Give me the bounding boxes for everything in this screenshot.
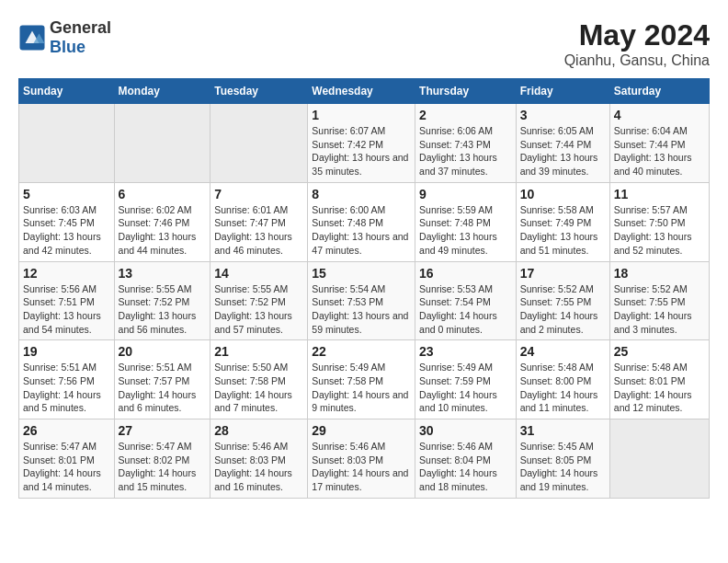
- day-number: 2: [419, 108, 512, 122]
- calendar-body: 1Sunrise: 6:07 AM Sunset: 7:42 PM Daylig…: [19, 104, 710, 499]
- day-number: 28: [214, 423, 303, 438]
- day-number: 1: [312, 108, 411, 122]
- calendar-cell: 30Sunrise: 5:46 AM Sunset: 8:04 PM Dayli…: [415, 419, 517, 499]
- logo-blue-text: Blue: [50, 38, 85, 56]
- day-number: 26: [23, 423, 110, 438]
- calendar-week-row: 5Sunrise: 6:03 AM Sunset: 7:45 PM Daylig…: [19, 182, 710, 261]
- calendar-week-row: 19Sunrise: 5:51 AM Sunset: 7:56 PM Dayli…: [19, 340, 710, 419]
- calendar-cell: 10Sunrise: 5:58 AM Sunset: 7:49 PM Dayli…: [516, 182, 609, 261]
- day-info: Sunrise: 5:51 AM Sunset: 7:57 PM Dayligh…: [119, 361, 207, 415]
- day-info: Sunrise: 5:55 AM Sunset: 7:52 PM Dayligh…: [214, 282, 303, 337]
- logo-icon: [18, 24, 46, 52]
- day-info: Sunrise: 5:55 AM Sunset: 7:52 PM Dayligh…: [119, 282, 207, 337]
- calendar-cell: 25Sunrise: 5:48 AM Sunset: 8:01 PM Dayli…: [609, 340, 709, 419]
- calendar-cell: [210, 104, 308, 183]
- day-info: Sunrise: 5:54 AM Sunset: 7:53 PM Dayligh…: [312, 282, 411, 337]
- calendar-cell: [609, 419, 709, 499]
- logo: General Blue: [18, 18, 111, 57]
- title-block: May 2024 Qianhu, Gansu, China: [564, 18, 710, 69]
- day-info: Sunrise: 5:46 AM Sunset: 8:03 PM Dayligh…: [312, 440, 411, 494]
- day-number: 29: [312, 423, 411, 438]
- day-number: 18: [614, 266, 705, 281]
- day-info: Sunrise: 5:52 AM Sunset: 7:55 PM Dayligh…: [614, 282, 705, 337]
- day-info: Sunrise: 5:50 AM Sunset: 7:58 PM Dayligh…: [214, 361, 303, 415]
- day-number: 14: [214, 266, 303, 281]
- calendar-cell: 28Sunrise: 5:46 AM Sunset: 8:03 PM Dayli…: [210, 419, 308, 499]
- calendar-cell: 12Sunrise: 5:56 AM Sunset: 7:51 PM Dayli…: [19, 261, 115, 340]
- calendar-cell: 16Sunrise: 5:53 AM Sunset: 7:54 PM Dayli…: [415, 261, 517, 340]
- calendar-cell: 7Sunrise: 6:01 AM Sunset: 7:47 PM Daylig…: [210, 182, 308, 261]
- calendar-cell: 15Sunrise: 5:54 AM Sunset: 7:53 PM Dayli…: [308, 261, 415, 340]
- calendar-cell: [114, 104, 210, 183]
- calendar-cell: 14Sunrise: 5:55 AM Sunset: 7:52 PM Dayli…: [210, 261, 308, 340]
- day-number: 24: [520, 344, 606, 359]
- calendar-cell: 31Sunrise: 5:45 AM Sunset: 8:05 PM Dayli…: [516, 419, 609, 499]
- weekday-header-tuesday: Tuesday: [210, 79, 308, 104]
- weekday-header-saturday: Saturday: [609, 79, 709, 104]
- day-info: Sunrise: 6:03 AM Sunset: 7:45 PM Dayligh…: [23, 203, 110, 258]
- day-info: Sunrise: 5:46 AM Sunset: 8:03 PM Dayligh…: [214, 440, 303, 494]
- day-info: Sunrise: 5:48 AM Sunset: 8:01 PM Dayligh…: [614, 361, 705, 415]
- day-info: Sunrise: 5:45 AM Sunset: 8:05 PM Dayligh…: [520, 440, 606, 494]
- day-info: Sunrise: 5:47 AM Sunset: 8:02 PM Dayligh…: [119, 440, 207, 494]
- calendar-cell: 5Sunrise: 6:03 AM Sunset: 7:45 PM Daylig…: [19, 182, 115, 261]
- calendar-cell: [19, 104, 115, 183]
- day-info: Sunrise: 6:00 AM Sunset: 7:48 PM Dayligh…: [312, 203, 411, 258]
- day-info: Sunrise: 5:46 AM Sunset: 8:04 PM Dayligh…: [419, 440, 512, 494]
- calendar-cell: 29Sunrise: 5:46 AM Sunset: 8:03 PM Dayli…: [308, 419, 415, 499]
- calendar-cell: 26Sunrise: 5:47 AM Sunset: 8:01 PM Dayli…: [19, 419, 115, 499]
- calendar-cell: 24Sunrise: 5:48 AM Sunset: 8:00 PM Dayli…: [516, 340, 609, 419]
- day-info: Sunrise: 5:48 AM Sunset: 8:00 PM Dayligh…: [520, 361, 606, 415]
- calendar-week-row: 1Sunrise: 6:07 AM Sunset: 7:42 PM Daylig…: [19, 104, 710, 183]
- day-number: 31: [520, 423, 606, 438]
- day-info: Sunrise: 5:58 AM Sunset: 7:49 PM Dayligh…: [520, 203, 606, 258]
- calendar-cell: 3Sunrise: 6:05 AM Sunset: 7:44 PM Daylig…: [516, 104, 609, 183]
- day-info: Sunrise: 6:05 AM Sunset: 7:44 PM Dayligh…: [520, 124, 606, 178]
- day-info: Sunrise: 5:51 AM Sunset: 7:56 PM Dayligh…: [23, 361, 110, 415]
- weekday-header-sunday: Sunday: [19, 79, 115, 104]
- weekday-header-row: SundayMondayTuesdayWednesdayThursdayFrid…: [19, 79, 710, 104]
- calendar-cell: 19Sunrise: 5:51 AM Sunset: 7:56 PM Dayli…: [19, 340, 115, 419]
- day-info: Sunrise: 6:04 AM Sunset: 7:44 PM Dayligh…: [614, 124, 705, 178]
- calendar-week-row: 26Sunrise: 5:47 AM Sunset: 8:01 PM Dayli…: [19, 419, 710, 499]
- weekday-header-monday: Monday: [114, 79, 210, 104]
- calendar-cell: 17Sunrise: 5:52 AM Sunset: 7:55 PM Dayli…: [516, 261, 609, 340]
- day-number: 22: [312, 344, 411, 359]
- day-number: 7: [214, 187, 303, 201]
- calendar-table: SundayMondayTuesdayWednesdayThursdayFrid…: [18, 78, 710, 499]
- day-number: 30: [419, 423, 512, 438]
- day-number: 5: [23, 187, 110, 201]
- day-info: Sunrise: 6:02 AM Sunset: 7:46 PM Dayligh…: [119, 203, 207, 258]
- calendar-subtitle: Qianhu, Gansu, China: [564, 52, 710, 69]
- weekday-header-friday: Friday: [516, 79, 609, 104]
- calendar-cell: 20Sunrise: 5:51 AM Sunset: 7:57 PM Dayli…: [114, 340, 210, 419]
- calendar-cell: 21Sunrise: 5:50 AM Sunset: 7:58 PM Dayli…: [210, 340, 308, 419]
- day-number: 3: [520, 108, 606, 122]
- day-info: Sunrise: 5:59 AM Sunset: 7:48 PM Dayligh…: [419, 203, 512, 258]
- day-number: 27: [119, 423, 207, 438]
- day-number: 9: [419, 187, 512, 201]
- calendar-cell: 2Sunrise: 6:06 AM Sunset: 7:43 PM Daylig…: [415, 104, 517, 183]
- calendar-cell: 4Sunrise: 6:04 AM Sunset: 7:44 PM Daylig…: [609, 104, 709, 183]
- day-info: Sunrise: 5:47 AM Sunset: 8:01 PM Dayligh…: [23, 440, 110, 494]
- day-number: 25: [614, 344, 705, 359]
- day-number: 12: [23, 266, 110, 281]
- day-number: 8: [312, 187, 411, 201]
- calendar-header: SundayMondayTuesdayWednesdayThursdayFrid…: [19, 79, 710, 104]
- day-info: Sunrise: 5:52 AM Sunset: 7:55 PM Dayligh…: [520, 282, 606, 337]
- day-info: Sunrise: 5:49 AM Sunset: 7:59 PM Dayligh…: [419, 361, 512, 415]
- day-info: Sunrise: 5:56 AM Sunset: 7:51 PM Dayligh…: [23, 282, 110, 337]
- day-number: 19: [23, 344, 110, 359]
- day-number: 23: [419, 344, 512, 359]
- day-number: 13: [119, 266, 207, 281]
- weekday-header-wednesday: Wednesday: [308, 79, 415, 104]
- day-info: Sunrise: 5:57 AM Sunset: 7:50 PM Dayligh…: [614, 203, 705, 258]
- day-info: Sunrise: 6:06 AM Sunset: 7:43 PM Dayligh…: [419, 124, 512, 178]
- calendar-cell: 8Sunrise: 6:00 AM Sunset: 7:48 PM Daylig…: [308, 182, 415, 261]
- day-number: 11: [614, 187, 705, 201]
- calendar-week-row: 12Sunrise: 5:56 AM Sunset: 7:51 PM Dayli…: [19, 261, 710, 340]
- day-number: 20: [119, 344, 207, 359]
- day-number: 17: [520, 266, 606, 281]
- calendar-cell: 9Sunrise: 5:59 AM Sunset: 7:48 PM Daylig…: [415, 182, 517, 261]
- day-info: Sunrise: 5:49 AM Sunset: 7:58 PM Dayligh…: [312, 361, 411, 415]
